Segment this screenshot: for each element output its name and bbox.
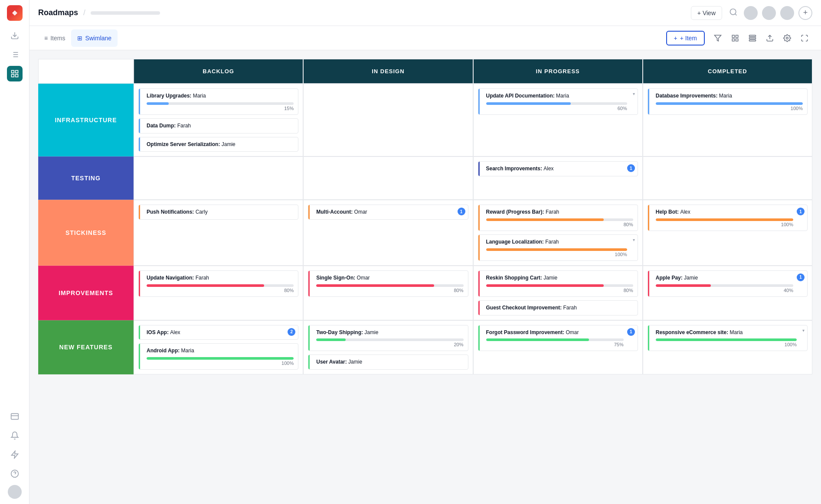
card-push-notifications[interactable]: Push Notifications: Carly bbox=[138, 205, 298, 220]
progress-fill bbox=[147, 284, 264, 287]
card-title: Multi-Account: Omar bbox=[316, 208, 454, 216]
cell-improvements-backlog: Update Navigation: Farah 80% bbox=[134, 266, 303, 320]
breadcrumb bbox=[91, 11, 160, 15]
card-help-bot[interactable]: 1 Help Bot: Alex 100% bbox=[648, 205, 808, 231]
card-assignee: Maria bbox=[193, 93, 206, 99]
app-logo bbox=[7, 5, 23, 21]
add-user-button[interactable]: + bbox=[798, 6, 812, 20]
search-icon[interactable] bbox=[727, 6, 739, 20]
card-assignee: Alex bbox=[543, 166, 553, 172]
sidebar-list-icon[interactable] bbox=[7, 47, 23, 62]
group-icon-btn[interactable] bbox=[745, 30, 760, 46]
card-title: Single Sign-On: Omar bbox=[316, 274, 463, 282]
card-title: Forgot Password Improvement: Omar bbox=[486, 329, 624, 336]
sidebar-bolt-icon[interactable] bbox=[7, 447, 23, 462]
sidebar-user-avatar[interactable] bbox=[8, 485, 22, 499]
fullscreen-icon-btn[interactable] bbox=[797, 30, 812, 46]
card-search-improvements[interactable]: 1 Search Improvements: Alex bbox=[478, 161, 638, 176]
export-icon-btn[interactable] bbox=[762, 30, 778, 46]
card-assignee: Omar bbox=[354, 209, 367, 215]
svg-rect-25 bbox=[749, 39, 756, 41]
card-update-navigation[interactable]: Update Navigation: Farah 80% bbox=[138, 270, 298, 297]
progress-fill bbox=[486, 102, 571, 105]
card-multi-account[interactable]: 1 Multi-Account: Omar bbox=[308, 205, 468, 220]
progress-label: 60% bbox=[486, 106, 627, 111]
card-single-sign-on[interactable]: Single Sign-On: Omar 80% bbox=[308, 270, 468, 297]
user-avatar-2[interactable] bbox=[762, 6, 776, 20]
card-reskin-shopping-cart[interactable]: Reskin Shopping Cart: Jamie 80% bbox=[478, 270, 638, 297]
svg-rect-10 bbox=[11, 75, 14, 77]
sidebar-contact-icon[interactable] bbox=[7, 409, 23, 424]
card-badge: 1 bbox=[797, 208, 805, 215]
card-guest-checkout[interactable]: Guest Checkout Improvement: Farah bbox=[478, 300, 638, 315]
tab-items[interactable]: ≡ Items bbox=[38, 29, 71, 47]
card-assignee: Farah bbox=[545, 239, 559, 245]
sidebar-download-icon[interactable] bbox=[7, 28, 23, 43]
cell-stickiness-completed: 1 Help Bot: Alex 100% bbox=[643, 200, 812, 266]
sidebar-help-icon[interactable] bbox=[7, 466, 23, 481]
progress-label: 80% bbox=[147, 288, 294, 293]
sidebar-bell-icon[interactable] bbox=[7, 428, 23, 443]
svg-rect-24 bbox=[749, 37, 756, 39]
progress-label: 100% bbox=[656, 222, 793, 227]
card-responsive-ecommerce[interactable]: ▾ Responsive eCommerce site: Maria 100% bbox=[648, 325, 808, 351]
card-forgot-password[interactable]: 1 Forgot Password Improvement: Omar 75% bbox=[478, 325, 638, 351]
card-ios-app[interactable]: 2 IOS App: Alex bbox=[138, 325, 298, 340]
card-assignee: Carly bbox=[196, 209, 208, 215]
settings-icon-btn[interactable] bbox=[779, 30, 795, 46]
card-optimize-server[interactable]: Optimize Server Serialization: Jamie bbox=[138, 137, 298, 152]
col-header-completed: COMPLETED bbox=[643, 59, 812, 84]
cell-stickiness-indesign: 1 Multi-Account: Omar bbox=[303, 200, 473, 266]
card-data-dump[interactable]: Data Dump: Farah bbox=[138, 118, 298, 133]
layout-icon-btn[interactable] bbox=[727, 30, 743, 46]
tab-swimlane[interactable]: ⊞ Swimlane bbox=[71, 29, 118, 47]
card-update-api[interactable]: ▾ Update API Documentation: Maria 60% bbox=[478, 88, 638, 115]
swimlane-grid: BACKLOG IN DESIGN IN PROGRESS COMPLETED … bbox=[38, 59, 812, 374]
svg-line-17 bbox=[735, 13, 737, 15]
user-avatar-3[interactable] bbox=[780, 6, 794, 20]
svg-rect-19 bbox=[732, 35, 734, 37]
user-avatar-1[interactable] bbox=[744, 6, 758, 20]
card-assignee: Farah bbox=[177, 123, 191, 129]
progress-fill bbox=[316, 284, 434, 287]
card-badge: 1 bbox=[627, 164, 635, 172]
svg-point-16 bbox=[730, 9, 736, 14]
progress-bg bbox=[656, 338, 797, 341]
card-reward-progress[interactable]: Reward (Progress Bar): Farah 80% bbox=[478, 205, 638, 231]
add-item-button[interactable]: + + Item bbox=[666, 31, 705, 46]
progress-bg bbox=[656, 102, 803, 105]
svg-marker-18 bbox=[715, 35, 721, 41]
col-header-inprogress: IN PROGRESS bbox=[473, 59, 643, 84]
progress-bg bbox=[147, 102, 294, 105]
card-library-upgrades[interactable]: Library Upgrades: Maria 15% bbox=[138, 88, 298, 115]
card-apple-pay[interactable]: 1 Apple Pay: Jamie 40% bbox=[648, 270, 808, 297]
card-assignee: Maria bbox=[556, 93, 569, 99]
progress-label: 100% bbox=[656, 106, 803, 111]
dropdown-icon: ▾ bbox=[802, 328, 805, 333]
col-header-backlog: BACKLOG bbox=[134, 59, 303, 84]
card-title: User Avatar: Jamie bbox=[316, 358, 463, 366]
add-view-button[interactable]: + View bbox=[691, 6, 722, 20]
progress-fill bbox=[486, 284, 604, 287]
progress-bg bbox=[316, 338, 463, 341]
card-user-avatar[interactable]: User Avatar: Jamie bbox=[308, 354, 468, 370]
svg-rect-20 bbox=[736, 35, 738, 37]
breadcrumb-divider: / bbox=[83, 8, 85, 17]
cell-testing-completed bbox=[643, 156, 812, 200]
card-badge: 2 bbox=[288, 328, 295, 336]
card-database-improvements[interactable]: Database Improvements: Maria 100% bbox=[648, 88, 808, 115]
card-badge: 1 bbox=[797, 273, 805, 281]
card-android-app[interactable]: Android App: Maria 100% bbox=[138, 343, 298, 370]
cell-improvements-inprogress: Reskin Shopping Cart: Jamie 80% Guest Ch… bbox=[473, 266, 643, 320]
sidebar-roadmap-icon[interactable] bbox=[7, 66, 23, 81]
progress-bg bbox=[656, 218, 793, 221]
card-language-localization[interactable]: ▾ Language Localization: Farah 100% bbox=[478, 234, 638, 261]
card-assignee: Jamie bbox=[222, 141, 236, 147]
svg-marker-13 bbox=[11, 451, 18, 458]
cell-infrastructure-backlog: Library Upgrades: Maria 15% Data Dump: F… bbox=[134, 84, 303, 156]
card-two-day-shipping[interactable]: Two-Day Shipping: Jamie 20% bbox=[308, 325, 468, 351]
page-title: Roadmaps bbox=[38, 8, 78, 17]
card-badge: 1 bbox=[627, 328, 635, 336]
cell-testing-indesign bbox=[303, 156, 473, 200]
filter-icon-btn[interactable] bbox=[710, 30, 726, 46]
